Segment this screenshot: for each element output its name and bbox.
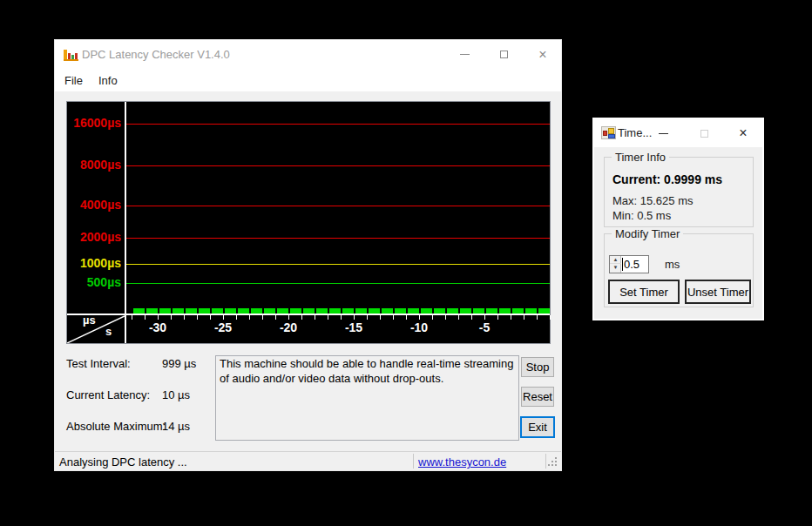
x-axis-label-5: -5	[471, 320, 497, 334]
x-axis-tick	[301, 315, 302, 320]
bar-chart-app-icon	[64, 48, 79, 61]
axis-unit-corner: µs s	[67, 315, 125, 343]
latency-bar	[212, 308, 223, 314]
latency-bar	[264, 308, 275, 314]
x-axis-tick	[315, 315, 315, 320]
diagonal-divider	[67, 315, 125, 343]
unset-timer-button[interactable]: Unset Timer	[685, 280, 751, 304]
timer-window: Time... × Timer Info Current: 0.9999 ms …	[592, 118, 764, 320]
timer-minimize-icon[interactable]	[652, 119, 674, 147]
ms-unit-label: ms	[665, 258, 680, 271]
timer-close-icon[interactable]: ×	[732, 119, 754, 147]
latency-bar	[146, 308, 158, 314]
close-icon[interactable]: ×	[530, 40, 556, 69]
client-area: µs s 16000µs8000µs4000µs2000µs1000µs500µ…	[55, 91, 561, 470]
timer-min-value: Min: 0.5 ms	[612, 209, 671, 222]
exit-button[interactable]: Exit	[520, 416, 555, 438]
spinner-value[interactable]: 0.5	[624, 258, 639, 271]
x-axis-label-30: -30	[145, 320, 171, 334]
y-axis-label-1000: 1000µs	[67, 256, 121, 270]
x-axis-tick	[354, 315, 355, 320]
status-divider	[413, 454, 414, 469]
x-axis-tick	[171, 315, 172, 320]
x-axis-tick	[249, 315, 250, 320]
y-axis-label-8000: 8000µs	[67, 158, 121, 172]
absolute-maximum-value: 14 µs	[162, 420, 190, 433]
timer-value-spinner[interactable]: ▲ ▼ 0.5	[609, 255, 649, 273]
timer-current-value: Current: 0.9999 ms	[612, 172, 722, 186]
x-axis-tick	[158, 315, 159, 320]
x-axis-tick	[419, 315, 420, 320]
maximize-icon[interactable]	[491, 40, 517, 69]
y-axis-label-500: 500µs	[67, 275, 121, 289]
x-axis-tick	[432, 315, 433, 320]
x-axis-tick	[328, 315, 328, 320]
x-axis-tick	[236, 315, 237, 320]
x-axis-label-25: -25	[210, 320, 236, 334]
test-interval-label: Test Interval:	[66, 357, 131, 370]
latency-bar	[421, 308, 432, 314]
latency-bar	[499, 308, 511, 314]
x-axis-tick	[197, 315, 198, 320]
latency-bar	[199, 308, 210, 314]
latency-bar	[395, 308, 406, 314]
latency-bar	[538, 308, 550, 314]
gridline-500us	[126, 283, 550, 284]
analysis-message-box[interactable]: This machine should be able to handle re…	[215, 355, 519, 441]
x-axis-tick	[524, 315, 524, 320]
minimize-icon[interactable]	[451, 40, 477, 69]
x-axis-tick	[484, 315, 485, 320]
x-axis-tick	[550, 315, 551, 320]
latency-bar	[329, 308, 341, 314]
status-text: Analysing DPC latency ...	[59, 455, 187, 469]
menu-file[interactable]: File	[57, 71, 91, 91]
latency-bar	[277, 308, 288, 314]
latency-bar	[251, 308, 262, 314]
x-unit-label: s	[105, 325, 112, 338]
gridline-16000us	[126, 124, 550, 125]
gridline-8000us	[126, 165, 550, 166]
latency-bar	[525, 308, 537, 314]
x-axis-tick	[223, 315, 224, 320]
spinner-up-icon[interactable]: ▲	[610, 256, 621, 264]
gridline-4000us	[126, 206, 550, 206]
current-latency-value: 10 µs	[162, 388, 190, 401]
x-axis-tick	[380, 315, 381, 320]
menu-info[interactable]: Info	[91, 71, 125, 91]
resize-grip[interactable]	[548, 457, 558, 467]
x-axis-tick	[275, 315, 276, 320]
x-axis-tick	[471, 315, 472, 320]
x-axis-tick	[145, 315, 145, 320]
modify-timer-group: Modify Timer ▲ ▼ 0.5 ms Set Timer Unset …	[604, 233, 754, 307]
latency-bar	[512, 308, 524, 314]
timer-titlebar: Time... ×	[594, 119, 762, 147]
gridline-1000us	[126, 264, 550, 265]
x-axis-tick	[210, 315, 211, 320]
thesycon-link[interactable]: www.thesycon.de	[418, 455, 506, 469]
current-latency-label: Current Latency:	[66, 388, 150, 401]
latency-bar	[486, 308, 497, 314]
window-title: DPC Latency Checker V1.4.0	[82, 48, 230, 61]
x-axis-label-20: -20	[275, 320, 301, 334]
spinner-down-icon[interactable]: ▼	[610, 264, 621, 272]
reset-button[interactable]: Reset	[521, 387, 554, 407]
status-bar: Analysing DPC latency ... www.thesycon.d…	[55, 451, 561, 470]
latency-bar	[173, 308, 184, 314]
x-axis-tick	[511, 315, 511, 320]
test-interval-value: 999 µs	[162, 357, 196, 370]
x-axis-tick	[445, 315, 446, 320]
y-axis-line	[125, 102, 126, 343]
latency-chart: µs s 16000µs8000µs4000µs2000µs1000µs500µ…	[66, 101, 551, 344]
latency-bar	[316, 308, 328, 314]
x-axis-tick	[497, 315, 498, 320]
menu-bar: File Info	[55, 69, 561, 91]
x-axis-tick	[288, 315, 289, 320]
timer-window-title: Time...	[618, 126, 652, 139]
stop-button[interactable]: Stop	[521, 357, 554, 377]
x-axis-tick	[406, 315, 407, 320]
latency-bar	[408, 308, 419, 314]
x-axis-tick	[184, 315, 185, 320]
latency-bar	[460, 308, 471, 314]
dpc-latency-checker-window: DPC Latency Checker V1.4.0 × File Info µ…	[54, 39, 562, 471]
set-timer-button[interactable]: Set Timer	[608, 280, 680, 304]
